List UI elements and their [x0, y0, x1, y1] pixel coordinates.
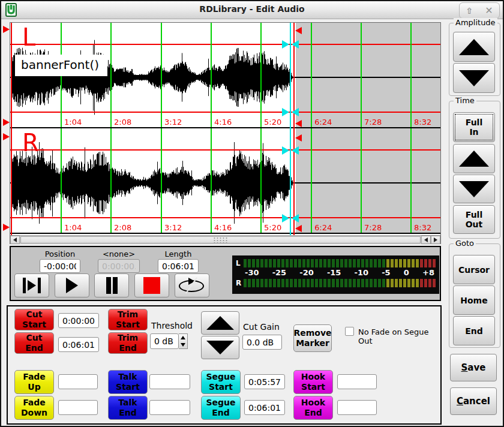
fade-up-button[interactable]: Fade Up [14, 370, 54, 394]
no-fade-checkbox[interactable] [345, 327, 354, 336]
cut-end-field[interactable] [58, 337, 99, 352]
pause-button[interactable] [94, 273, 129, 297]
cut-end-marker-line[interactable] [293, 23, 295, 235]
segue-start-marker-line[interactable] [290, 23, 291, 235]
meter-segment [307, 259, 310, 267]
amplitude-group: Amplitude [449, 23, 500, 96]
cut-end-marker-handle[interactable] [295, 27, 302, 34]
gain-up-button[interactable] [201, 311, 239, 335]
amplitude-up-button[interactable] [453, 32, 495, 62]
length-field[interactable] [158, 259, 199, 273]
zoom-in-button[interactable] [453, 144, 495, 173]
cut-start-button[interactable]: Cut Start [14, 309, 54, 330]
segue-marker-handle[interactable] [282, 146, 289, 155]
hook-end-field[interactable] [337, 400, 377, 415]
segue-end-field[interactable] [244, 400, 285, 415]
meter-segment [357, 279, 360, 287]
meter-segment [382, 279, 385, 287]
meter-segment [365, 279, 368, 287]
meter-segment [340, 279, 343, 287]
play-from-start-button[interactable] [14, 273, 49, 297]
cut-start-marker-handle[interactable] [3, 133, 10, 140]
cut-start-marker-handle[interactable] [3, 119, 10, 126]
scroll-left-button-2[interactable] [421, 236, 431, 244]
waveform-channel-right[interactable]: R 1:042:083:124:165:206:247:288:32 [10, 128, 440, 234]
amplitude-down-button[interactable] [453, 63, 495, 93]
cut-end-button[interactable]: Cut End [14, 332, 54, 354]
segue-marker-handle[interactable] [282, 214, 289, 222]
waveform-channel-left[interactable]: L bannerFont() 1:042:083:124:165:206:247… [10, 23, 440, 128]
talk-start-field[interactable] [149, 374, 190, 389]
cut-end-marker-handle[interactable] [295, 120, 302, 127]
meter-segment [244, 259, 247, 267]
fade-up-field[interactable] [58, 374, 98, 389]
zoom-full-out-button[interactable]: Full Out [453, 205, 495, 234]
segue-marker-handle[interactable] [292, 214, 299, 222]
scrollbar-track[interactable] [20, 236, 421, 244]
segue-end-button[interactable]: Segue End [201, 396, 241, 420]
cancel-button[interactable]: Cancel [450, 387, 497, 415]
scrollbar-handle[interactable] [20, 236, 421, 243]
cut-start-marker-handle[interactable] [3, 224, 10, 231]
segue-marker-handle[interactable] [292, 146, 299, 155]
meter-segment [319, 279, 322, 287]
position-field[interactable] [40, 259, 80, 273]
save-accel: S [461, 362, 468, 373]
meter-segment [265, 259, 268, 267]
cut-start-marker-handle[interactable] [3, 26, 10, 33]
zoom-out-button[interactable] [453, 175, 495, 203]
play-button[interactable] [55, 273, 89, 297]
zoom-full-in-button[interactable]: Full In [453, 112, 495, 142]
channel-label-left: L [22, 25, 35, 49]
titlebar[interactable]: RDLibrary - Edit Audio ⇧ ✕ [1, 1, 503, 19]
cut-end-marker-handle[interactable] [295, 225, 302, 232]
meter-segment [407, 259, 410, 267]
segue-marker-handle[interactable] [282, 108, 289, 116]
meter-scale-tick: -20 [299, 268, 314, 278]
remove-marker-button[interactable]: Remove Marker [293, 324, 332, 352]
hook-start-button[interactable]: Hook Start [293, 370, 333, 394]
segue-marker-handle[interactable] [292, 108, 299, 116]
save-button[interactable]: Save [450, 354, 497, 381]
gain-down-button[interactable] [201, 336, 239, 359]
threshold-field[interactable] [150, 333, 179, 349]
meter-segment [370, 279, 373, 287]
talk-end-field[interactable] [149, 400, 190, 415]
hook-start-field[interactable] [337, 374, 377, 389]
bar-icon [38, 278, 41, 293]
threshold-spinner[interactable] [150, 333, 188, 349]
meter-segment [361, 279, 364, 287]
talk-start-button[interactable]: Talk Start [108, 370, 148, 394]
fade-down-button[interactable]: Fade Down [14, 396, 54, 420]
loop-button[interactable] [175, 273, 209, 297]
trim-end-button[interactable]: Trim End [108, 332, 148, 354]
segue-start-button[interactable]: Segue Start [201, 370, 241, 394]
close-window-icon[interactable]: ✕ [485, 6, 493, 16]
shade-window-icon[interactable]: ⇧ [466, 7, 473, 15]
talk-end-button[interactable]: Talk End [108, 396, 148, 420]
cut-end-marker-handle[interactable] [295, 134, 302, 142]
goto-cursor-button[interactable]: Cursor [453, 255, 495, 284]
goto-home-button[interactable]: Home [453, 285, 495, 315]
cut-start-marker-line[interactable] [11, 23, 12, 235]
trim-start-button[interactable]: Trim Start [108, 309, 148, 330]
goto-end-button[interactable]: End [453, 316, 495, 345]
waveform-scrollbar[interactable] [10, 235, 440, 244]
cut-start-field[interactable] [58, 313, 99, 328]
scroll-left-button[interactable] [10, 236, 20, 244]
reference-line [10, 112, 440, 113]
cut-gain-field[interactable] [242, 335, 282, 350]
scroll-right-button[interactable] [431, 236, 440, 244]
segue-marker-handle[interactable] [282, 40, 289, 49]
segue-marker-handle[interactable] [292, 40, 299, 49]
spin-down-button[interactable] [179, 341, 187, 348]
hook-end-button[interactable]: Hook End [293, 396, 333, 420]
meter-segment [353, 259, 356, 267]
segue-start-field[interactable] [244, 374, 285, 389]
fade-down-field[interactable] [58, 400, 98, 415]
waveform-display[interactable]: L bannerFont() 1:042:083:124:165:206:247… [10, 22, 441, 244]
meter-segment [273, 279, 276, 287]
spin-up-button[interactable] [179, 334, 187, 341]
meter-segment [315, 279, 318, 287]
stop-button[interactable] [134, 273, 169, 297]
